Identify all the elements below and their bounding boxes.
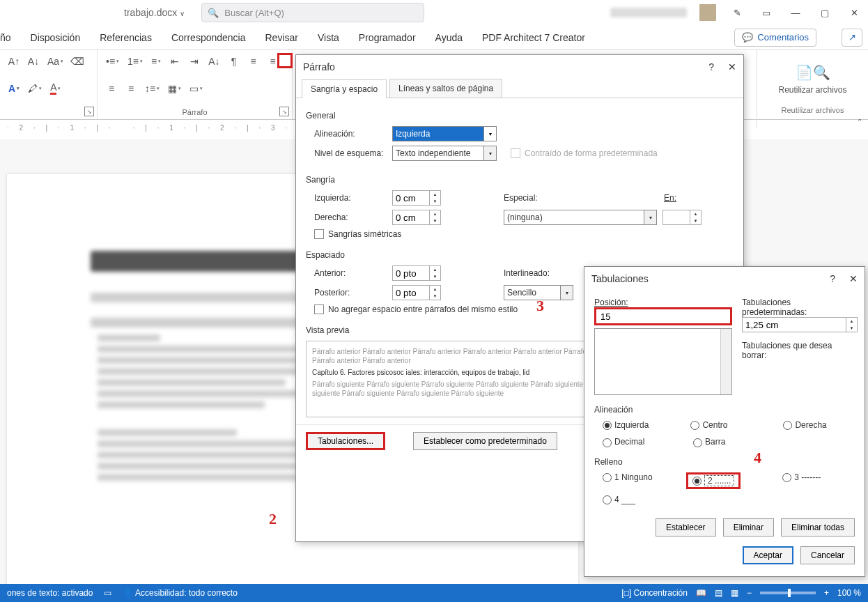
multilevel-icon[interactable]: ≡▾ bbox=[148, 53, 164, 70]
collapse-ribbon-icon[interactable]: ⌃ bbox=[857, 118, 862, 125]
indent-left-input[interactable] bbox=[392, 190, 430, 206]
spinner[interactable]: ▲▼ bbox=[690, 210, 702, 225]
font-shrink-icon[interactable]: A↓ bbox=[25, 53, 42, 70]
font-grow-icon[interactable]: A↑ bbox=[6, 53, 22, 70]
borders-icon[interactable]: ▭▾ bbox=[187, 80, 206, 97]
tab-item[interactable]: Correspondencia bbox=[171, 32, 246, 43]
chevron-down-icon: ∨ bbox=[180, 10, 185, 17]
ok-button[interactable]: Aceptar bbox=[743, 546, 793, 564]
font-color-icon[interactable]: A▾ bbox=[47, 80, 63, 97]
paragraph-dialog-launcher[interactable]: ↘ bbox=[279, 107, 289, 116]
sort-icon[interactable]: A↓ bbox=[206, 53, 222, 70]
tab-item[interactable]: Vista bbox=[318, 32, 339, 43]
line-spacing-icon[interactable]: ↕≡▾ bbox=[142, 80, 162, 97]
set-default-button[interactable]: Establecer como predeterminado bbox=[413, 432, 557, 450]
reuse-subtitle: Reutilizar archivos bbox=[757, 106, 868, 114]
help-icon[interactable]: ? bbox=[708, 61, 714, 72]
zoom-slider[interactable] bbox=[760, 592, 816, 594]
clear-button[interactable]: Eliminar bbox=[723, 518, 774, 537]
font-dialog-launcher[interactable]: ↘ bbox=[84, 107, 94, 116]
indent-decrease-icon[interactable]: ⇤ bbox=[166, 53, 183, 70]
shading-icon[interactable]: ▦▾ bbox=[165, 80, 184, 97]
help-icon[interactable]: ? bbox=[830, 273, 835, 284]
tab-item[interactable]: Programador bbox=[359, 32, 416, 43]
radio-left[interactable]: Izquierda bbox=[603, 420, 649, 430]
cancel-button[interactable]: Cancelar bbox=[800, 546, 855, 564]
tab-item[interactable]: Ayuda bbox=[435, 32, 463, 43]
align-justify-icon[interactable]: ≡ bbox=[123, 80, 139, 97]
view-print-icon[interactable]: ▤ bbox=[715, 588, 722, 598]
layout-icon[interactable]: ▭ bbox=[758, 4, 775, 21]
comments-button[interactable]: 💬 Comentarios bbox=[734, 29, 816, 47]
no-space-same-style-checkbox[interactable] bbox=[314, 304, 324, 314]
bullets-icon[interactable]: •≡▾ bbox=[103, 53, 122, 70]
tabs-dialog: Tabulaciones ? ✕ Posición: Tabulaciones … bbox=[584, 266, 865, 577]
accessibility-status[interactable]: 👤 Accesibilidad: todo correcto bbox=[123, 588, 237, 598]
align-right-icon[interactable]: ≡ bbox=[103, 80, 120, 97]
maximize-icon[interactable]: ▢ bbox=[816, 4, 833, 21]
tab-item[interactable]: Revisar bbox=[265, 32, 298, 43]
change-case-icon[interactable]: Aa▾ bbox=[45, 53, 66, 70]
radio-fill-3[interactable]: 3 ------- bbox=[782, 472, 821, 489]
radio-right[interactable]: Derecha bbox=[783, 420, 826, 430]
view-read-icon[interactable]: 📖 bbox=[696, 588, 706, 598]
tab-item[interactable]: Referencias bbox=[100, 32, 152, 43]
minimize-icon[interactable]: — bbox=[787, 4, 804, 21]
radio-fill-4[interactable]: 4 ___ bbox=[603, 495, 679, 504]
tab-item[interactable]: PDF Architect 7 Creator bbox=[482, 32, 585, 43]
default-tabs-input[interactable] bbox=[742, 317, 846, 332]
position-listbox[interactable] bbox=[594, 328, 732, 395]
show-marks-icon[interactable]: ¶ bbox=[226, 53, 242, 70]
reuse-files-pane[interactable]: 📄🔍 Reutilizar archivos Reutilizar archiv… bbox=[757, 50, 868, 128]
focus-mode-button[interactable]: [□] Concentración bbox=[621, 588, 688, 598]
radio-center[interactable]: Centro bbox=[690, 420, 727, 430]
view-web-icon[interactable]: ▦ bbox=[731, 588, 738, 598]
avatar[interactable] bbox=[699, 4, 716, 21]
text-predictions-status[interactable]: ones de texto: activado bbox=[7, 588, 93, 598]
radio-decimal[interactable]: Decimal bbox=[603, 437, 672, 447]
indent-increase-icon[interactable]: ⇥ bbox=[186, 53, 203, 70]
radio-fill-none[interactable]: 1 Ninguno bbox=[603, 472, 679, 489]
scrollbar[interactable] bbox=[720, 329, 731, 394]
tab-sangria-espacio[interactable]: Sangría y espacio bbox=[302, 79, 387, 98]
outline-level-select[interactable]: Texto independiente ▾ bbox=[392, 146, 497, 161]
zoom-value[interactable]: 100 % bbox=[837, 588, 861, 598]
close-icon[interactable]: ✕ bbox=[849, 273, 858, 284]
zoom-in-icon[interactable]: + bbox=[824, 588, 829, 598]
share-button[interactable]: ↗ bbox=[842, 29, 862, 47]
spinner[interactable]: ▲▼ bbox=[846, 317, 858, 332]
spacing-after-input[interactable] bbox=[392, 285, 430, 300]
close-icon[interactable]: ✕ bbox=[728, 61, 736, 72]
align-left-icon[interactable]: ≡ bbox=[245, 53, 262, 70]
mirror-indents-checkbox[interactable] bbox=[314, 229, 324, 239]
tab-item[interactable]: ño bbox=[0, 32, 11, 43]
tabulations-button[interactable]: Tabulaciones... bbox=[306, 432, 385, 450]
zoom-out-icon[interactable]: − bbox=[747, 588, 752, 598]
radio-fill-2[interactable]: 2 ....... bbox=[692, 476, 734, 486]
spinner[interactable]: ▲▼ bbox=[430, 210, 441, 225]
spinner[interactable]: ▲▼ bbox=[430, 190, 441, 206]
clear-format-icon[interactable]: ⌫ bbox=[69, 53, 86, 70]
spinner[interactable]: ▲▼ bbox=[430, 265, 441, 281]
display-settings-icon[interactable]: ▭ bbox=[104, 588, 111, 598]
indent-right-input[interactable] bbox=[392, 210, 430, 225]
numbering-icon[interactable]: 1≡▾ bbox=[125, 53, 146, 70]
highlight-icon[interactable]: 🖍▾ bbox=[25, 80, 45, 97]
tab-lineas-saltos[interactable]: Líneas y saltos de página bbox=[389, 79, 502, 98]
text-effects-icon[interactable]: A▾ bbox=[6, 80, 22, 97]
pen-icon[interactable]: ✎ bbox=[729, 4, 745, 21]
tab-item[interactable]: Disposición bbox=[31, 32, 81, 43]
alignment-select[interactable]: Izquierda ▾ bbox=[392, 126, 497, 141]
position-input[interactable] bbox=[594, 307, 732, 325]
special-select[interactable]: (ninguna) ▾ bbox=[504, 210, 657, 225]
by-input[interactable] bbox=[662, 210, 690, 225]
clear-all-button[interactable]: Eliminar todas bbox=[781, 518, 855, 537]
spacing-before-input[interactable] bbox=[392, 265, 430, 281]
set-button[interactable]: Establecer bbox=[656, 518, 716, 537]
document-name[interactable]: trabajo.docx∨ bbox=[124, 7, 185, 18]
spinner[interactable]: ▲▼ bbox=[430, 285, 441, 300]
line-spacing-value: Sencillo bbox=[507, 288, 536, 298]
close-icon[interactable]: ✕ bbox=[846, 4, 862, 21]
search-input[interactable]: 🔍 Buscar (Alt+Q) bbox=[201, 3, 424, 22]
radio-bar[interactable]: Barra bbox=[693, 437, 725, 447]
